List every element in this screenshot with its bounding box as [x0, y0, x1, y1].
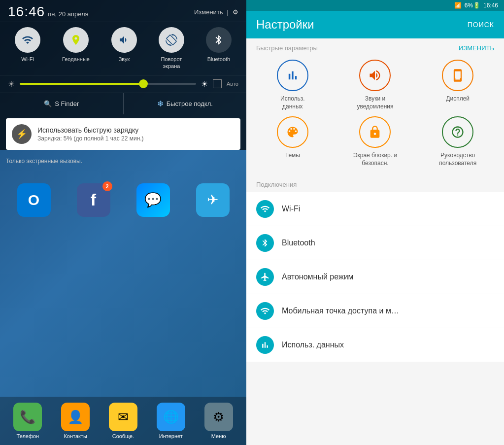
brightness-low-icon: ☀: [8, 79, 15, 89]
dock-row: 📞 Телефон 👤 Контакты ✉ Сообще. 🌐 Интерне…: [0, 397, 246, 445]
s-finder-label: S Finder: [55, 100, 79, 107]
edit-action[interactable]: ИЗМЕНИТЬ: [459, 44, 494, 52]
themes-label: Темы: [285, 152, 300, 160]
dock-phone[interactable]: 📞 Телефон: [13, 403, 42, 439]
connection-wifi[interactable]: Wi-Fi: [246, 192, 504, 226]
notif-icon: ⚡: [12, 124, 32, 144]
bt-conn-icon: [256, 234, 274, 252]
quick-connect-button[interactable]: ❄ Быстрое подкл.: [124, 93, 247, 114]
toggle-wifi[interactable]: Wi-Fi: [15, 27, 40, 70]
search-action[interactable]: ПОИСК: [468, 21, 494, 29]
dock-messages[interactable]: ✉ Сообще.: [109, 403, 137, 439]
search-row: 🔍 S Finder ❄ Быстрое подкл.: [0, 93, 246, 114]
contacts-label: Контакты: [64, 433, 87, 439]
status-bar-left: 16:46 пн, 20 апреля Изменить | ⚙: [0, 0, 246, 22]
connection-hotspot[interactable]: Мобильная точка доступа и м…: [246, 294, 504, 328]
connections-title: Подключения: [246, 175, 504, 192]
themes-icon: [277, 116, 308, 148]
menu-icon: ⚙: [204, 403, 233, 431]
quick-connect-label: Быстрое подкл.: [167, 100, 213, 107]
auto-label: Авто: [227, 81, 238, 87]
settings-icon[interactable]: ⚙: [233, 8, 238, 16]
outlook-icon: O: [17, 183, 51, 217]
qs-lock-screen[interactable]: Экран блокир. ибезопасн.: [337, 116, 414, 167]
brightness-slider[interactable]: [20, 83, 196, 85]
brightness-high-icon: ☀: [201, 79, 208, 89]
connections-section: Подключения Wi-Fi Bluetooth Автономный р…: [246, 175, 504, 362]
qs-themes[interactable]: Темы: [254, 116, 331, 167]
qs-sounds[interactable]: Звуки иуведомления: [337, 60, 414, 110]
bt-label: Bluetooth: [207, 56, 230, 63]
phone-icon: 📞: [13, 403, 42, 431]
geo-label: Геоданные: [62, 56, 90, 63]
quick-params-title: Быстрые параметры: [256, 44, 318, 52]
messages-icon: ✉: [109, 403, 137, 431]
brightness-thumb: [139, 79, 148, 88]
geo-circle: [63, 27, 89, 53]
dock-internet[interactable]: 🌐 Интернет: [157, 403, 185, 439]
right-header: Настройки ПОИСК: [246, 11, 504, 38]
toggle-bluetooth[interactable]: Bluetooth: [206, 27, 232, 70]
right-status-bar: 📶 6%🔋 16:46: [246, 0, 504, 11]
data-usage-icon: [277, 60, 308, 91]
auto-checkbox[interactable]: [213, 79, 222, 88]
time-left: 16:46: [8, 4, 45, 19]
quick-params-header: Быстрые параметры ИЗМЕНИТЬ: [246, 38, 504, 56]
lock-icon: [359, 116, 391, 148]
notif-title: Использовать быструю зарядку: [37, 126, 235, 134]
user-guide-icon: [442, 116, 473, 148]
wifi-label: Wi-Fi: [21, 56, 34, 63]
toggle-rotate[interactable]: Поворотэкрана: [159, 27, 184, 70]
notif-text: Использовать быструю зарядку Зарядка: 5%…: [37, 126, 235, 142]
notification-card[interactable]: ⚡ Использовать быструю зарядку Зарядка: …: [6, 118, 240, 150]
qs-data-usage[interactable]: Использ.данных: [254, 60, 331, 110]
dock-contacts[interactable]: 👤 Контакты: [61, 403, 90, 439]
quick-toggles: Wi-Fi Геоданные Звук Поворотэкрана: [0, 22, 246, 75]
quick-settings-grid: Использ.данных Звуки иуведомления Диспле…: [246, 56, 504, 175]
data-conn-icon: [256, 336, 274, 354]
sounds-icon: [359, 60, 391, 91]
user-guide-label: Руководствопользователя: [439, 152, 476, 167]
hotspot-label: Мобильная точка доступа и м…: [282, 307, 399, 315]
emergency-text: Только экстренные вызовы.: [0, 154, 246, 169]
connection-data-usage[interactable]: Использ. данных: [246, 328, 504, 362]
right-panel: 📶 6%🔋 16:46 Настройки ПОИСК Быстрые пара…: [246, 0, 504, 445]
battery-text: 6%🔋: [465, 2, 480, 9]
sound-circle: [111, 27, 137, 53]
settings-title: Настройки: [256, 18, 314, 32]
status-left: 16:46 пн, 20 апреля: [8, 4, 89, 20]
snowflake-icon: ❄: [157, 99, 164, 108]
dock-menu[interactable]: ⚙ Меню: [204, 403, 233, 439]
rotate-label: Поворотэкрана: [161, 56, 182, 70]
qs-display[interactable]: Дисплей: [419, 60, 496, 110]
brightness-fill: [20, 83, 143, 85]
status-right-left: Изменить | ⚙: [194, 8, 238, 16]
internet-label: Интернет: [159, 433, 183, 439]
display-icon: [442, 60, 473, 91]
notif-subtitle: Зарядка: 5% (до полной 1 час 22 мин.): [37, 135, 235, 142]
bt-circle: [206, 27, 232, 53]
toggle-geo[interactable]: Геоданные: [62, 27, 90, 70]
bt-conn-label: Bluetooth: [282, 239, 315, 247]
connection-airplane[interactable]: Автономный режим: [246, 260, 504, 294]
notification-panel: 16:46 пн, 20 апреля Изменить | ⚙ Wi-Fi: [0, 0, 246, 150]
display-label: Дисплей: [446, 95, 470, 103]
wifi-conn-icon: [256, 200, 274, 218]
s-finder-button[interactable]: 🔍 S Finder: [0, 93, 124, 114]
data-usage-label: Использ.данных: [280, 95, 305, 110]
divider: |: [227, 8, 229, 16]
connection-bluetooth[interactable]: Bluetooth: [246, 226, 504, 260]
date-left: пн, 20 апреля: [48, 10, 88, 18]
toggle-sound[interactable]: Звук: [111, 27, 137, 70]
airplane-icon: [256, 268, 274, 286]
wifi-circle: [15, 27, 40, 53]
data-usage-conn-label: Использ. данных: [282, 341, 344, 349]
facebook-badge: 2: [102, 181, 112, 191]
qs-user-guide[interactable]: Руководствопользователя: [419, 116, 496, 167]
menu-label: Меню: [211, 433, 226, 439]
messenger-icon: 💬: [136, 183, 170, 217]
settings-content: Быстрые параметры ИЗМЕНИТЬ Использ.данны…: [246, 38, 504, 445]
edit-label[interactable]: Изменить: [194, 8, 223, 16]
rotate-circle: [159, 27, 184, 53]
wifi-conn-label: Wi-Fi: [282, 205, 300, 213]
